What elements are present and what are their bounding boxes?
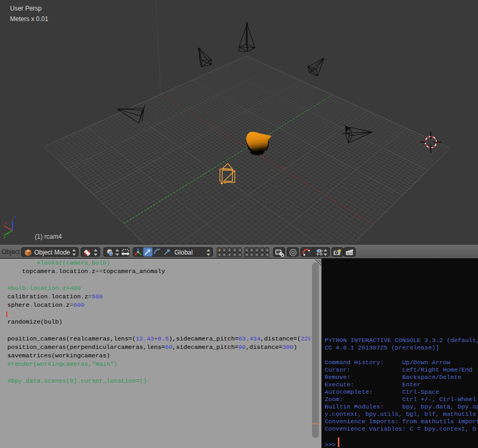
svg-text:x: x — [5, 220, 7, 225]
svg-text:y: y — [4, 235, 6, 239]
svg-text:z: z — [14, 214, 16, 219]
